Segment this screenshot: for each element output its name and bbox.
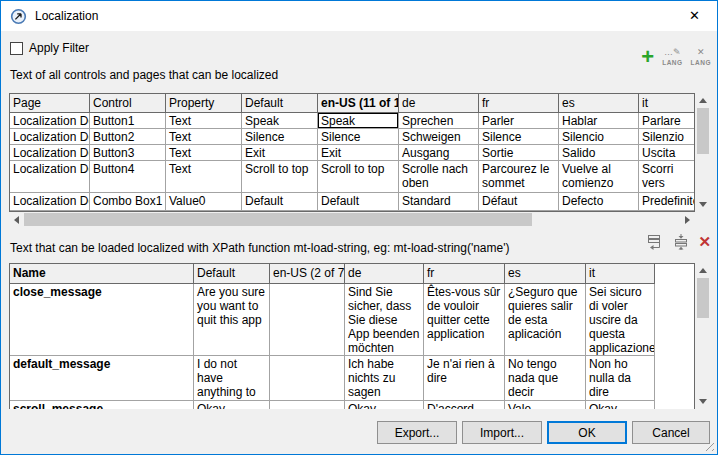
scroll-up-icon[interactable] (696, 93, 711, 108)
scrollbar-thumb[interactable] (24, 213, 532, 226)
scrollbar-thumb[interactable] (697, 278, 709, 318)
cell[interactable]: Speak (242, 113, 318, 129)
cell[interactable]: scroll_message (10, 401, 194, 409)
cell[interactable]: Button4 (90, 161, 166, 193)
cell[interactable]: Parcourez le sommet (479, 161, 559, 193)
cell[interactable]: Are you sure you want to quit this app (194, 284, 270, 356)
selected-cell[interactable]: Speak (318, 113, 399, 129)
cell[interactable]: Scroll to top (318, 161, 399, 193)
cell[interactable]: Je n'ai rien à dire (424, 356, 505, 401)
scroll-down-icon[interactable] (696, 197, 711, 212)
row-toolbar: ✕ (646, 234, 711, 250)
cell[interactable]: Silence (318, 129, 399, 145)
cell[interactable]: Text (166, 129, 242, 145)
cell[interactable]: Text (166, 113, 242, 129)
cell[interactable]: Localization Demo (10, 113, 90, 129)
cell[interactable]: Silenzio (639, 129, 694, 145)
cell[interactable]: Localization Demo (10, 161, 90, 193)
cell[interactable]: Defecto (559, 193, 639, 211)
cell[interactable]: Scrolle nach oben (399, 161, 479, 193)
cell[interactable]: Non ho nulla da dire (586, 356, 655, 401)
scroll-left-icon[interactable] (9, 212, 24, 227)
column-header: es (559, 94, 639, 113)
cell[interactable]: Parlare (639, 113, 694, 129)
cell[interactable]: Schweigen (399, 129, 479, 145)
cell[interactable]: Défaut (479, 193, 559, 211)
cell[interactable]: Button3 (90, 145, 166, 161)
apply-filter-checkbox[interactable] (10, 42, 23, 55)
cell[interactable]: Value0 (166, 193, 242, 211)
cell[interactable]: Text (166, 161, 242, 193)
cell[interactable]: Localization Demo (10, 129, 90, 145)
cancel-button[interactable]: Cancel (632, 421, 710, 444)
cell[interactable]: ¿Seguro que quieres salir de esta aplica… (505, 284, 586, 356)
import-button[interactable]: Import... (462, 421, 542, 444)
cell[interactable]: Êtes-vous sûr de vouloir quitter cette a… (424, 284, 505, 356)
table-row: Localization Demo Button2 Text Silence S… (10, 129, 694, 145)
cell[interactable]: Scroll to top (242, 161, 318, 193)
cell[interactable] (270, 284, 345, 356)
delete-language-icon[interactable]: ✕ LANG (691, 48, 711, 67)
column-header: es (505, 264, 586, 284)
append-row-icon[interactable] (646, 234, 664, 250)
cell[interactable]: Ausgang (399, 145, 479, 161)
close-icon[interactable]: ✕ (672, 1, 717, 30)
cell[interactable]: Vuelve al comienzo (559, 161, 639, 193)
cell[interactable]: default_message (10, 356, 194, 401)
language-toolbar: + …✎ LANG ✕ LANG (641, 47, 711, 67)
scroll-up-icon[interactable] (696, 263, 711, 278)
cell[interactable]: Predefinito (639, 193, 694, 211)
cell[interactable]: Sind Sie sicher, dass Sie diese App been… (345, 284, 424, 356)
cell[interactable]: Button1 (90, 113, 166, 129)
add-language-icon[interactable]: + (641, 47, 654, 67)
cell[interactable]: Salido (559, 145, 639, 161)
ok-button[interactable]: OK (547, 421, 627, 444)
column-header: it (586, 264, 655, 284)
cell[interactable]: Hablar (559, 113, 639, 129)
cell[interactable] (270, 356, 345, 401)
cell[interactable]: Silence (242, 129, 318, 145)
cell[interactable]: Sprechen (399, 113, 479, 129)
scroll-down-icon[interactable] (696, 394, 711, 409)
cell[interactable] (270, 401, 345, 409)
cell[interactable]: No tengo nada que decir (505, 356, 586, 401)
insert-row-icon[interactable] (672, 234, 690, 250)
cell[interactable]: Default (318, 193, 399, 211)
cell[interactable]: Default (242, 193, 318, 211)
table-row: Localization Demo Button3 Text Exit Exit… (10, 145, 694, 161)
delete-row-icon[interactable]: ✕ (698, 235, 711, 249)
scrollbar-thumb[interactable] (697, 108, 709, 154)
column-header-active-language: en-US (11 of 11) (318, 94, 399, 113)
cell[interactable]: D'accord (424, 401, 505, 409)
cell[interactable]: Button2 (90, 129, 166, 145)
cell[interactable]: Okay (194, 401, 270, 409)
scroll-right-icon[interactable] (680, 212, 695, 227)
cell[interactable]: Sortie (479, 145, 559, 161)
cell[interactable]: Parler (479, 113, 559, 129)
cell[interactable]: Localization Demo (10, 145, 90, 161)
cell[interactable]: Sei sicuro di voler uscire da questa app… (586, 284, 655, 356)
cell[interactable]: Exit (318, 145, 399, 161)
cell[interactable]: Vale (505, 401, 586, 409)
column-header: Default (242, 94, 318, 113)
edit-language-icon[interactable]: …✎ LANG (662, 48, 682, 67)
cell[interactable]: Exit (242, 145, 318, 161)
cell[interactable]: Scorri vers l'alto (639, 161, 694, 193)
cell[interactable]: Localization Demo (10, 193, 90, 211)
cell[interactable]: Okay (345, 401, 424, 409)
table-row: close_message Are you sure you want to q… (10, 284, 694, 356)
cell[interactable]: close_message (10, 284, 194, 356)
export-button[interactable]: Export... (377, 421, 457, 444)
column-header: Name (10, 264, 194, 284)
cell[interactable]: Silencio (559, 129, 639, 145)
cell[interactable]: I do not have anything to say (194, 356, 270, 401)
cell[interactable]: Okay (586, 401, 655, 409)
cell[interactable]: Combo Box1 (90, 193, 166, 211)
table-row: Localization Demo Combo Box1 Value0 Defa… (10, 193, 694, 211)
button-bar: Export... Import... OK Cancel (377, 421, 710, 444)
cell[interactable]: Ich habe nichts zu sagen (345, 356, 424, 401)
cell[interactable]: Standard (399, 193, 479, 211)
cell[interactable]: Text (166, 145, 242, 161)
cell[interactable]: Silence (479, 129, 559, 145)
cell[interactable]: Uscita (639, 145, 694, 161)
